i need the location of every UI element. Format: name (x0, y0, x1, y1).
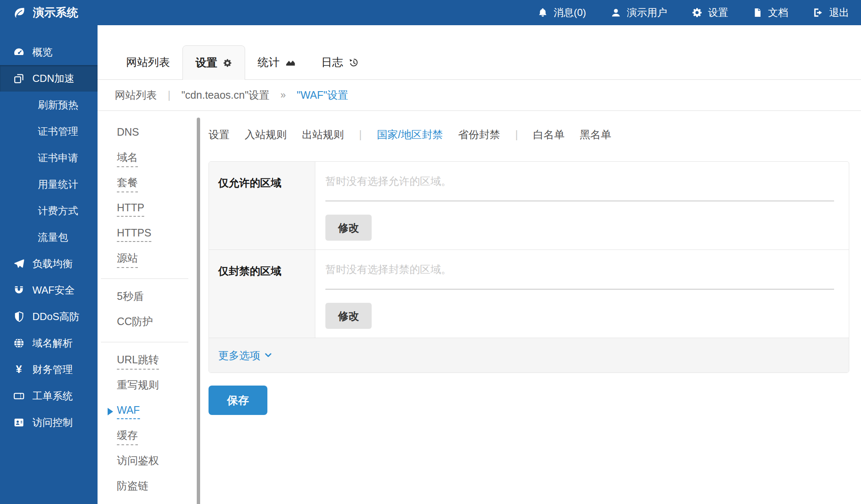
subnav-item-hotlink[interactable]: 防盗链 (98, 475, 197, 500)
sidebar-sub-label: 用量统计 (38, 178, 78, 191)
subnav-label: URL跳转 (117, 353, 159, 370)
docs-button[interactable]: 文档 (753, 6, 788, 19)
breadcrumb-site-list[interactable]: 网站列表 (115, 88, 157, 102)
settings-subnav: DNS 域名 套餐 HTTP HTTPS 源站 5秒盾 CC防护 URL跳转 重… (98, 111, 197, 504)
brand[interactable]: 演示系统 (0, 5, 98, 20)
top-bar: 演示系统 消息(0) 演示用户 设置 文档 (0, 0, 861, 25)
sidebar-item-access-control[interactable]: 访问控制 (0, 409, 98, 436)
subnav-label: 重写规则 (117, 378, 159, 395)
subnav-item-domain[interactable]: 域名 (98, 146, 197, 171)
address-card-icon (13, 417, 25, 428)
rule-tab-blacklist[interactable]: 黑名单 (580, 128, 611, 142)
clone-icon (13, 73, 25, 84)
breadcrumb-site-settings[interactable]: "cdn.teaos.cn"设置 (182, 88, 270, 102)
subnav-item-plan[interactable]: 套餐 (98, 171, 197, 197)
tab-stats[interactable]: 统计 (245, 45, 309, 79)
main-area: 网站列表 设置 统计 日志 网站列表 | "cdn.teaos.cn"设置 » … (98, 25, 861, 504)
rule-tab-whitelist[interactable]: 白名单 (533, 128, 565, 142)
sidebar-item-traffic-pack[interactable]: 流量包 (0, 224, 98, 250)
rule-tab-outbound[interactable]: 出站规则 (302, 128, 344, 142)
subnav-item-origin[interactable]: 源站 (98, 247, 197, 272)
rule-tab-country-block[interactable]: 国家/地区封禁 (377, 128, 443, 142)
user-icon (610, 7, 621, 18)
subnav-divider (101, 278, 188, 279)
history-icon (349, 57, 359, 68)
subnav-item-5s-shield[interactable]: 5秒盾 (98, 285, 197, 310)
sidebar-item-waf[interactable]: WAF安全 (0, 277, 98, 303)
tab-site-list[interactable]: 网站列表 (114, 45, 182, 79)
more-options-toggle[interactable]: 更多选项 (218, 349, 272, 362)
tab-strip: 网站列表 设置 统计 日志 (98, 25, 861, 80)
sidebar-item-label: 域名解析 (32, 336, 73, 350)
row-value: 暂时没有选择封禁的区域。 修改 (315, 250, 849, 338)
subnav-item-https[interactable]: HTTPS (98, 222, 197, 247)
gear-icon (692, 7, 703, 18)
row-label: 仅封禁的区域 (209, 250, 315, 338)
chevron-down-icon (264, 352, 272, 358)
chart-area-icon (285, 57, 296, 68)
sidebar-item-load-balance[interactable]: 负载均衡 (0, 250, 98, 277)
blocked-regions-placeholder: 暂时没有选择封禁的区域。 (325, 262, 834, 289)
rule-tab-settings[interactable]: 设置 (209, 128, 230, 142)
sidebar-item-finance[interactable]: ¥ 财务管理 (0, 356, 98, 383)
logout-button[interactable]: 退出 (813, 6, 849, 19)
bell-icon (537, 7, 548, 18)
top-nav: 消息(0) 演示用户 设置 文档 退出 (537, 6, 861, 19)
breadcrumb-arrow: » (280, 89, 286, 101)
subnav-label: HTTP (117, 202, 144, 217)
sidebar-item-dns-resolve[interactable]: 域名解析 (0, 330, 98, 356)
brand-label: 演示系统 (33, 5, 78, 20)
paper-plane-icon (13, 258, 25, 270)
settings-button[interactable]: 设置 (692, 6, 728, 19)
sidebar-item-tickets[interactable]: 工单系统 (0, 383, 98, 409)
messages-button[interactable]: 消息(0) (537, 6, 586, 19)
rule-tab-inbound[interactable]: 入站规则 (245, 128, 287, 142)
subnav-item-dns[interactable]: DNS (98, 121, 197, 146)
subnav-label: 5秒盾 (117, 289, 144, 306)
subnav-item-cc-protect[interactable]: CC防护 (98, 310, 197, 336)
subnav-scrollbar[interactable] (197, 118, 200, 504)
sidebar-item-billing[interactable]: 计费方式 (0, 197, 98, 224)
sidebar-item-cert-apply[interactable]: 证书申请 (0, 144, 98, 171)
sidebar-sub-label: 流量包 (38, 231, 68, 244)
subnav-label: 缓存 (117, 428, 138, 445)
sidebar-sub-label: 计费方式 (38, 204, 78, 218)
logout-label: 退出 (829, 6, 849, 19)
subnav-label: DNS (117, 126, 139, 141)
user-menu[interactable]: 演示用户 (610, 6, 667, 19)
tab-label: 网站列表 (126, 55, 170, 70)
subnav-item-auth[interactable]: 访问鉴权 (98, 449, 197, 475)
subnav-label: 域名 (117, 150, 138, 167)
yen-icon: ¥ (13, 364, 25, 375)
subnav-item-waf[interactable]: WAF (98, 399, 197, 424)
shield-half-icon (13, 311, 25, 323)
sidebar-item-refresh-preheat[interactable]: 刷新预热 (0, 92, 98, 118)
subnav-label: 防盗链 (117, 479, 148, 496)
breadcrumb: 网站列表 | "cdn.teaos.cn"设置 » "WAF"设置 (98, 80, 861, 111)
globe-icon (13, 337, 25, 349)
tab-logs[interactable]: 日志 (309, 45, 372, 79)
ticket-icon (13, 390, 25, 402)
breadcrumb-current: "WAF"设置 (297, 88, 348, 102)
rule-tab-province-block[interactable]: 省份封禁 (458, 128, 500, 142)
tab-settings[interactable]: 设置 (182, 45, 245, 80)
save-button[interactable]: 保存 (209, 386, 267, 415)
sidebar-item-ddos[interactable]: DDoS高防 (0, 303, 98, 330)
tab-label: 设置 (195, 55, 217, 70)
magnet-icon (13, 284, 25, 296)
sidebar-item-usage-stats[interactable]: 用量统计 (0, 171, 98, 197)
subnav-item-cache[interactable]: 缓存 (98, 424, 197, 449)
sidebar-item-overview[interactable]: 概览 (0, 39, 98, 65)
sidebar-item-cert-manage[interactable]: 证书管理 (0, 118, 98, 144)
subnav-label: WAF (117, 404, 140, 419)
modify-allowed-button[interactable]: 修改 (325, 215, 372, 241)
subnav-item-http[interactable]: HTTP (98, 197, 197, 222)
sidebar-item-cdn[interactable]: CDN加速 (0, 65, 98, 92)
user-label: 演示用户 (627, 6, 667, 19)
subnav-item-rewrite-rules[interactable]: 重写规则 (98, 374, 197, 399)
sidebar-item-label: 负载均衡 (32, 257, 73, 270)
rule-tab-separator: | (359, 129, 362, 141)
subnav-item-url-redirect[interactable]: URL跳转 (98, 349, 197, 374)
settings-body: DNS 域名 套餐 HTTP HTTPS 源站 5秒盾 CC防护 URL跳转 重… (98, 111, 861, 504)
modify-blocked-button[interactable]: 修改 (325, 303, 372, 329)
